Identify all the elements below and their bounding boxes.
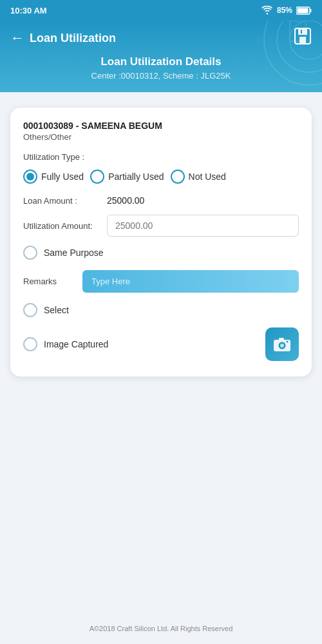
customer-name: 0001003089 - SAMEENA BEGUM: [23, 121, 299, 131]
image-label-group: Image Captured: [23, 337, 108, 351]
back-button[interactable]: ← Loan Utilization: [10, 30, 116, 46]
radio-partially-used[interactable]: Partially Used: [90, 170, 164, 184]
battery-percentage: 85%: [277, 6, 292, 15]
wifi-icon: [261, 6, 273, 15]
radio-fully-used-label: Fully Used: [41, 171, 84, 182]
radio-fully-used[interactable]: Fully Used: [23, 170, 84, 184]
svg-rect-1: [298, 8, 308, 13]
loan-amount-label: Loan Amount :: [23, 196, 107, 206]
utilization-type-label: Utilization Type :: [23, 152, 299, 162]
page-subtitle: Center :00010312, Scheme : JLG25K: [10, 71, 312, 81]
image-captured-label: Image Captured: [44, 339, 108, 349]
radio-not-used-circle[interactable]: [171, 170, 185, 184]
remarks-input[interactable]: [82, 270, 299, 293]
status-time: 10:30 AM: [10, 6, 47, 15]
loan-utilization-card: 0001003089 - SAMEENA BEGUM Others/Other …: [10, 108, 312, 376]
radio-fully-used-circle[interactable]: [23, 170, 37, 184]
svg-rect-2: [310, 9, 312, 12]
utilization-amount-label: Utilization Amount:: [23, 221, 107, 231]
status-bar: 10:30 AM 85%: [0, 0, 322, 21]
utilization-type-radio-group: Fully Used Partially Used Not Used: [23, 170, 299, 184]
same-purpose-row[interactable]: Same Purpose: [23, 246, 299, 260]
svg-point-15: [280, 344, 284, 347]
footer: A©2018 Craft Silicon Ltd. All Rights Res…: [0, 625, 322, 632]
header-content: Loan Utilization Details Center :0001031…: [10, 55, 312, 92]
remarks-label: Remarks: [23, 277, 75, 286]
remarks-row: Remarks: [23, 270, 299, 293]
radio-not-used-label: Not Used: [189, 171, 226, 182]
battery-icon: [296, 6, 312, 15]
loan-amount-value: 25000.00: [107, 195, 144, 206]
radio-partially-used-label: Partially Used: [108, 171, 164, 182]
same-purpose-checkbox[interactable]: [23, 246, 37, 260]
header: ← Loan Utilization Loan Utilization Deta…: [0, 21, 322, 92]
customer-type: Others/Other: [23, 132, 299, 142]
camera-button[interactable]: [265, 327, 299, 361]
back-arrow-icon: ←: [10, 30, 24, 46]
main-content: 0001003089 - SAMEENA BEGUM Others/Other …: [0, 92, 322, 595]
page-title: Loan Utilization Details: [10, 55, 312, 68]
svg-rect-16: [279, 338, 284, 340]
header-nav-title: Loan Utilization: [30, 32, 116, 45]
radio-partially-used-circle[interactable]: [90, 170, 104, 184]
same-purpose-label: Same Purpose: [44, 248, 104, 258]
loan-amount-row: Loan Amount : 25000.00: [23, 195, 299, 206]
svg-point-17: [287, 341, 289, 343]
footer-text: A©2018 Craft Silicon Ltd. All Rights Res…: [90, 625, 233, 632]
image-row: Image Captured: [23, 327, 299, 361]
select-label: Select: [44, 305, 69, 315]
utilization-amount-row: Utilization Amount:: [23, 215, 299, 237]
radio-not-used[interactable]: Not Used: [171, 170, 226, 184]
image-captured-checkbox[interactable]: [23, 337, 37, 351]
select-checkbox[interactable]: [23, 303, 37, 317]
status-icons: 85%: [261, 6, 312, 15]
camera-icon: [272, 335, 292, 354]
utilization-amount-input[interactable]: [107, 215, 299, 237]
select-row[interactable]: Select: [23, 303, 299, 317]
